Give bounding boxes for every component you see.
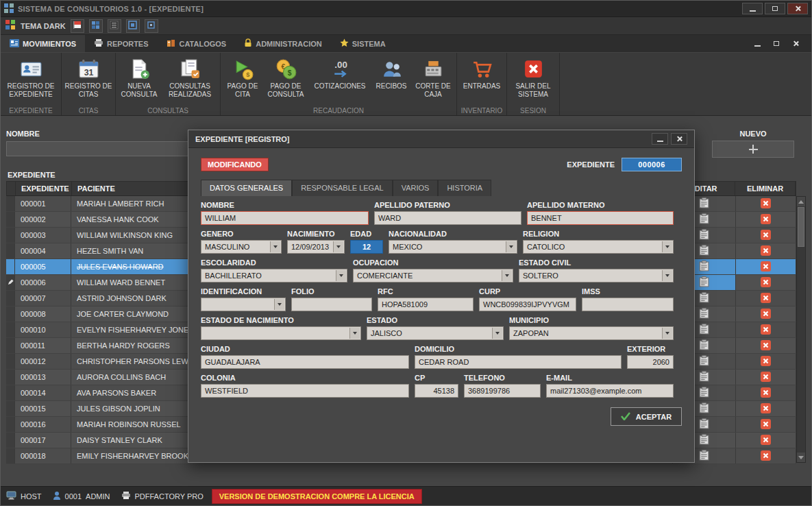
ocupacion-select[interactable]: COMERCIANTE	[353, 269, 513, 282]
registro-citas-button[interactable]: 31 REGISTRO DE CITAS	[63, 55, 114, 106]
nombre-field[interactable]: WILLIAM	[201, 211, 369, 225]
ciudad-field[interactable]: GUADALAJARA	[201, 355, 409, 369]
delete-icon[interactable]	[761, 435, 771, 446]
nacionalidad-select[interactable]: MEXICO	[389, 240, 517, 254]
salir-del-sistema-button[interactable]: SALIR DEL SISTEMA	[508, 55, 558, 106]
nueva-consulta-button[interactable]: NUEVA CONSULTA	[117, 55, 161, 106]
edit-icon[interactable]	[699, 276, 709, 289]
curp-field[interactable]: WNCB099839IJPVYVGM	[479, 298, 576, 311]
delete-icon[interactable]	[761, 198, 771, 210]
tab-historia[interactable]: HISTORIA	[438, 180, 491, 196]
minimize-button[interactable]	[742, 3, 763, 14]
delete-icon[interactable]	[761, 293, 771, 304]
delete-icon[interactable]	[761, 309, 771, 320]
apellido-materno-field[interactable]: BENNET	[527, 211, 674, 225]
mdi-restore-button[interactable]	[770, 38, 783, 49]
delete-icon[interactable]	[761, 277, 771, 289]
consultas-realizadas-button[interactable]: CONSULTAS REALIZADAS	[161, 55, 219, 106]
mdi-minimize-button[interactable]	[751, 38, 763, 49]
tab-responsable-legal[interactable]: RESPONSABLE LEGAL	[292, 180, 392, 196]
delete-icon[interactable]	[761, 356, 771, 368]
edit-icon[interactable]	[699, 339, 709, 352]
edit-icon[interactable]	[699, 308, 709, 320]
theme-blue-grid-button[interactable]	[89, 19, 103, 33]
municipio-select[interactable]: ZAPOPAN	[509, 326, 674, 340]
tab-sistema[interactable]: SISTEMA	[331, 35, 395, 52]
delete-icon[interactable]	[761, 419, 771, 431]
cotizaciones-button[interactable]: .00 COTIZACIONES	[308, 55, 371, 106]
email-field[interactable]: mail271303@example.com	[546, 384, 674, 398]
edit-icon[interactable]	[699, 434, 709, 446]
escolaridad-select[interactable]: BACHILLERATO	[201, 269, 347, 282]
close-button[interactable]	[787, 3, 808, 14]
edit-icon[interactable]	[699, 197, 709, 210]
delete-icon[interactable]	[761, 340, 771, 352]
theme-list-button[interactable]	[108, 19, 121, 33]
dialog-minimize-button[interactable]	[652, 133, 668, 145]
edit-icon[interactable]	[699, 245, 709, 257]
edit-icon[interactable]	[699, 324, 709, 336]
registro-expediente-button[interactable]: REGISTRO DE EXPEDIENTE	[2, 55, 60, 106]
edit-icon[interactable]	[699, 418, 709, 431]
tab-reportes[interactable]: REPORTES	[85, 35, 158, 52]
genero-select[interactable]: MASCULINO	[201, 240, 282, 254]
cp-field[interactable]: 45138	[415, 384, 458, 398]
edit-icon[interactable]	[699, 292, 709, 304]
accept-button[interactable]: ACEPTAR	[611, 407, 682, 426]
edit-icon[interactable]	[699, 387, 709, 399]
search-input[interactable]	[6, 141, 195, 156]
estado-nacimiento-select[interactable]	[201, 326, 361, 340]
delete-icon[interactable]	[761, 387, 771, 399]
colonia-field[interactable]: WESTFIELD	[201, 384, 409, 398]
delete-icon[interactable]	[761, 450, 771, 462]
tab-movimientos[interactable]: MOVIMIENTOS	[1, 35, 85, 52]
maximize-button[interactable]	[765, 3, 785, 14]
delete-icon[interactable]	[761, 372, 771, 383]
delete-icon[interactable]	[761, 261, 771, 273]
rfc-field[interactable]: HOPA581009	[378, 298, 473, 311]
edit-icon[interactable]	[699, 229, 709, 241]
nacimiento-date-select[interactable]: 12/09/2013	[287, 240, 345, 254]
scrollbar-thumb[interactable]	[798, 207, 804, 247]
tab-administracion[interactable]: ADMINISTRACION	[235, 35, 331, 52]
tab-catalogos[interactable]: CATALOGOS	[158, 35, 236, 52]
pago-de-consulta-button[interactable]: €$ PAGO DE CONSULTA	[263, 55, 308, 106]
domicilio-field[interactable]: CEDAR ROAD	[415, 355, 622, 369]
vertical-scrollbar[interactable]	[796, 196, 806, 463]
pago-de-cita-button[interactable]: $ PAGO DE CITA	[222, 55, 263, 106]
imss-field[interactable]	[582, 298, 674, 311]
edit-icon[interactable]	[699, 371, 709, 383]
edit-icon[interactable]	[699, 402, 709, 415]
delete-icon[interactable]	[761, 245, 771, 257]
scroll-up-button[interactable]	[797, 197, 805, 206]
exterior-field[interactable]: 2060	[627, 355, 674, 369]
tab-varios[interactable]: VARIOS	[393, 180, 439, 196]
edit-icon[interactable]	[699, 261, 709, 273]
mdi-close-button[interactable]	[789, 38, 802, 49]
identificacion-select[interactable]	[201, 298, 286, 311]
estado-select[interactable]: JALISCO	[367, 326, 504, 340]
tab-datos-generales[interactable]: DATOS GENERALES	[201, 180, 292, 196]
estado-civil-select[interactable]: SOLTERO	[519, 269, 674, 282]
folio-field[interactable]	[291, 298, 372, 311]
header-expediente[interactable]: EXPEDIENTE	[16, 182, 72, 195]
edit-icon[interactable]	[699, 355, 709, 368]
delete-icon[interactable]	[761, 324, 771, 336]
new-expediente-button[interactable]	[712, 141, 794, 158]
edit-icon[interactable]	[699, 450, 709, 462]
theme-frame-button[interactable]	[126, 19, 140, 33]
theme-flag-button[interactable]	[71, 19, 84, 33]
telefono-field[interactable]: 3689199786	[464, 384, 541, 398]
corte-de-caja-button[interactable]: CORTE DE CAJA	[411, 55, 455, 106]
religion-select[interactable]: CATOLICO	[523, 240, 674, 254]
edit-icon[interactable]	[699, 213, 709, 226]
delete-icon[interactable]	[761, 403, 771, 415]
dialog-close-button[interactable]	[671, 133, 687, 145]
header-eliminar[interactable]: ELIMINAR	[735, 182, 796, 195]
apellido-paterno-field[interactable]: WARD	[374, 211, 521, 225]
scroll-down-button[interactable]	[797, 453, 805, 462]
theme-frame-small-button[interactable]	[145, 19, 158, 33]
delete-icon[interactable]	[761, 214, 771, 226]
entradas-button[interactable]: ENTRADAS	[458, 55, 505, 106]
recibos-button[interactable]: RECIBOS	[371, 55, 411, 106]
